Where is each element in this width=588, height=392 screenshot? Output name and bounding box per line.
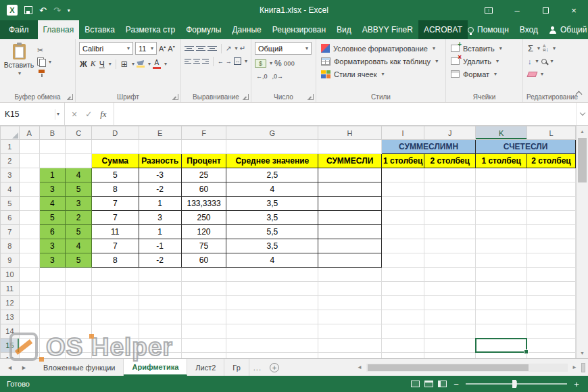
cell-E1[interactable] bbox=[139, 140, 181, 154]
cell-A16[interactable] bbox=[19, 353, 39, 359]
cell-E7[interactable]: 1 bbox=[139, 225, 181, 239]
close-button[interactable]: × bbox=[560, 0, 588, 20]
cell-K1[interactable]: СЧЕТЕСЛИ bbox=[476, 140, 576, 154]
autosum-button[interactable]: Σ bbox=[528, 43, 533, 53]
cell-C13[interactable] bbox=[66, 310, 92, 324]
cell-H9[interactable] bbox=[318, 253, 382, 268]
zoom-slider-thumb[interactable] bbox=[512, 380, 516, 388]
cell-F5[interactable]: 133,3333 bbox=[181, 197, 226, 211]
expand-formula-bar-button[interactable] bbox=[576, 103, 588, 125]
collapse-ribbon-button[interactable] bbox=[577, 92, 582, 97]
cell-K5[interactable] bbox=[476, 197, 527, 211]
cell-K11[interactable] bbox=[476, 282, 527, 296]
conditional-formatting-button[interactable]: Условное форматирование▾ bbox=[320, 42, 442, 55]
cell-I7[interactable] bbox=[381, 225, 424, 239]
cell-L13[interactable] bbox=[527, 310, 576, 324]
cell-D8[interactable]: 7 bbox=[91, 239, 139, 253]
cell-J13[interactable] bbox=[424, 310, 476, 324]
row-header-1[interactable]: 1 bbox=[1, 140, 20, 154]
row-header-9[interactable]: 9 bbox=[1, 253, 20, 268]
cell-G14[interactable] bbox=[226, 324, 318, 339]
cell-E4[interactable]: -2 bbox=[139, 182, 181, 197]
copy-button[interactable]: ▾ bbox=[37, 57, 51, 66]
cell-F15[interactable] bbox=[181, 339, 226, 353]
cell-F12[interactable] bbox=[181, 296, 226, 310]
sheet-tab-2[interactable]: Арифметика bbox=[124, 359, 187, 376]
cell-J16[interactable] bbox=[424, 353, 476, 359]
tab-overflow-ellipsis[interactable]: ... bbox=[249, 359, 266, 376]
cell-F11[interactable] bbox=[181, 282, 226, 296]
row-header-12[interactable]: 12 bbox=[1, 296, 20, 310]
decrease-font-size-button[interactable]: А▾ bbox=[168, 44, 174, 53]
increase-decimal-button[interactable]: ←,0 bbox=[255, 73, 269, 80]
cell-L10[interactable] bbox=[527, 268, 576, 282]
cell-B2[interactable] bbox=[39, 154, 66, 168]
cell-J4[interactable] bbox=[424, 182, 476, 197]
cell-I6[interactable] bbox=[381, 211, 424, 225]
column-header-K[interactable]: K bbox=[476, 126, 527, 140]
fill-color-button[interactable] bbox=[137, 60, 145, 68]
insert-function-button[interactable]: fx bbox=[100, 109, 106, 120]
column-header-F[interactable]: F bbox=[181, 126, 226, 140]
row-header-7[interactable]: 7 bbox=[1, 225, 20, 239]
cell-L9[interactable] bbox=[527, 253, 576, 268]
cell-A12[interactable] bbox=[19, 296, 39, 310]
cell-G2[interactable]: Среднее значение bbox=[226, 154, 318, 168]
cell-D12[interactable] bbox=[91, 296, 139, 310]
ribbon-tab-4[interactable]: Формулы bbox=[180, 20, 226, 39]
cell-D11[interactable] bbox=[91, 282, 139, 296]
normal-view-button[interactable] bbox=[411, 381, 420, 387]
cell-I8[interactable] bbox=[381, 239, 424, 253]
scroll-down-arrow[interactable]: ▼ bbox=[577, 347, 588, 358]
cell-H2[interactable]: СУММЕСЛИ bbox=[318, 154, 382, 168]
cell-J10[interactable] bbox=[424, 268, 476, 282]
cell-K6[interactable] bbox=[476, 211, 527, 225]
column-header-H[interactable]: H bbox=[318, 126, 382, 140]
cell-J8[interactable] bbox=[424, 239, 476, 253]
sheet-tab-4[interactable]: Гр bbox=[224, 359, 249, 376]
save-icon[interactable] bbox=[24, 6, 32, 14]
cell-G5[interactable]: 3,5 bbox=[226, 197, 318, 211]
cell-A7[interactable] bbox=[19, 225, 39, 239]
cell-G13[interactable] bbox=[226, 310, 318, 324]
cell-D15[interactable] bbox=[91, 339, 139, 353]
cell-F10[interactable] bbox=[181, 268, 226, 282]
cell-E11[interactable] bbox=[139, 282, 181, 296]
cell-F14[interactable] bbox=[181, 324, 226, 339]
vertical-scroll-thumb[interactable] bbox=[578, 138, 587, 182]
cell-A14[interactable] bbox=[19, 324, 39, 339]
number-format-select[interactable]: Общий▾ bbox=[255, 42, 312, 55]
cell-I11[interactable] bbox=[381, 282, 424, 296]
cell-A6[interactable] bbox=[19, 211, 39, 225]
row-header-4[interactable]: 4 bbox=[1, 182, 20, 197]
cell-D1[interactable] bbox=[91, 140, 139, 154]
row-header-15[interactable]: 15 bbox=[1, 339, 20, 353]
tab-file[interactable]: Файл bbox=[0, 20, 38, 39]
italic-button[interactable]: К bbox=[90, 59, 97, 69]
ribbon-tab-5[interactable]: Данные bbox=[226, 20, 266, 39]
cell-J15[interactable] bbox=[424, 339, 476, 353]
new-sheet-button[interactable]: + bbox=[266, 359, 283, 376]
cell-D3[interactable]: 5 bbox=[91, 168, 139, 182]
cell-K4[interactable] bbox=[476, 182, 527, 197]
cell-A1[interactable] bbox=[19, 140, 39, 154]
page-layout-view-button[interactable] bbox=[424, 381, 433, 387]
cell-K14[interactable] bbox=[476, 324, 527, 339]
horizontal-scrollbar[interactable]: ◄ ► bbox=[355, 359, 588, 376]
column-header-C[interactable]: C bbox=[66, 126, 92, 140]
undo-icon[interactable]: ↶ bbox=[39, 6, 47, 15]
cell-A9[interactable] bbox=[19, 253, 39, 268]
zoom-slider[interactable] bbox=[466, 383, 567, 385]
cell-A3[interactable] bbox=[19, 168, 39, 182]
tab-split-handle[interactable] bbox=[581, 363, 585, 372]
cell-D9[interactable]: 8 bbox=[91, 253, 139, 268]
cell-J2[interactable]: 2 столбец bbox=[424, 154, 476, 168]
cell-G10[interactable] bbox=[226, 268, 318, 282]
cell-B12[interactable] bbox=[39, 296, 66, 310]
clear-button[interactable] bbox=[527, 72, 538, 77]
cell-E10[interactable] bbox=[139, 268, 181, 282]
cell-A4[interactable] bbox=[19, 182, 39, 197]
cell-F8[interactable]: 75 bbox=[181, 239, 226, 253]
borders-button[interactable]: ⊞ bbox=[120, 59, 128, 69]
vertical-scrollbar[interactable]: ▲ ▼ bbox=[576, 126, 588, 358]
